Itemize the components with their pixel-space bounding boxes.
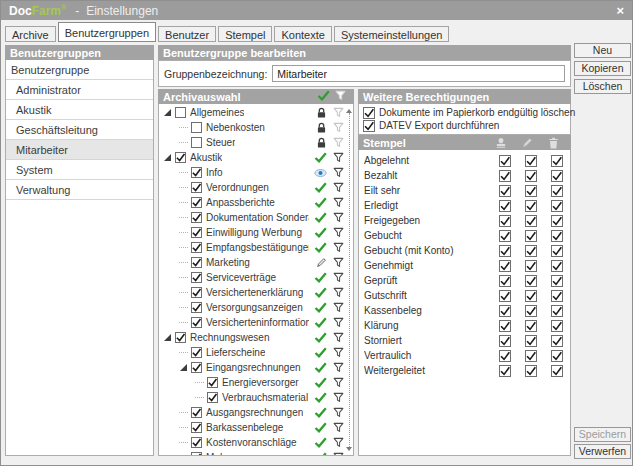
filter-funnel-icon[interactable] bbox=[333, 257, 344, 268]
filter-funnel-icon[interactable] bbox=[333, 287, 344, 298]
tree-expander-icon[interactable] bbox=[163, 333, 175, 342]
funnel-icon[interactable] bbox=[335, 90, 346, 103]
filter-funnel-icon[interactable] bbox=[333, 167, 344, 178]
stamp-permission-checkbox-use[interactable] bbox=[492, 230, 518, 242]
sidebar-item-system[interactable]: System bbox=[6, 160, 153, 180]
löschen-button[interactable]: Löschen bbox=[574, 79, 631, 94]
filter-funnel-icon[interactable] bbox=[333, 152, 344, 163]
filter-funnel-icon[interactable] bbox=[333, 347, 344, 358]
tab-kontexte[interactable]: Kontexte bbox=[274, 26, 331, 42]
stamp-permission-checkbox-delete[interactable] bbox=[544, 365, 570, 377]
verwerfen-button[interactable]: Verwerfen bbox=[574, 444, 631, 459]
tab-benutzer[interactable]: Benutzer bbox=[158, 26, 216, 42]
scroll-up-icon[interactable] bbox=[346, 106, 352, 113]
tree-checkbox[interactable] bbox=[191, 362, 202, 373]
stamp-permission-checkbox-edit[interactable] bbox=[518, 260, 544, 272]
tree-checkbox[interactable] bbox=[191, 347, 202, 358]
stamp-permission-checkbox-delete[interactable] bbox=[544, 230, 570, 242]
tree-checkbox[interactable] bbox=[207, 377, 218, 388]
stamp-permission-checkbox-use[interactable] bbox=[492, 215, 518, 227]
filter-funnel-icon[interactable] bbox=[333, 362, 344, 373]
tree-checkbox[interactable] bbox=[191, 422, 202, 433]
tree-checkbox[interactable] bbox=[191, 242, 202, 253]
stamp-permission-checkbox-edit[interactable] bbox=[518, 155, 544, 167]
stamp-permission-checkbox-delete[interactable] bbox=[544, 170, 570, 182]
tree-expander-icon[interactable] bbox=[163, 153, 175, 162]
tree-checkbox[interactable] bbox=[191, 287, 202, 298]
filter-funnel-icon[interactable] bbox=[333, 122, 344, 133]
stamp-permission-checkbox-delete[interactable] bbox=[544, 350, 570, 362]
filter-funnel-icon[interactable] bbox=[333, 212, 344, 223]
stamp-permission-checkbox-edit[interactable] bbox=[518, 170, 544, 182]
tree-checkbox[interactable] bbox=[191, 257, 202, 268]
sidebar-item-verwaltung[interactable]: Verwaltung bbox=[6, 180, 153, 200]
stamp-permission-checkbox-use[interactable] bbox=[492, 200, 518, 212]
stamp-permission-checkbox-use[interactable] bbox=[492, 365, 518, 377]
stamp-permission-checkbox-edit[interactable] bbox=[518, 335, 544, 347]
stamp-permission-checkbox-edit[interactable] bbox=[518, 290, 544, 302]
stamp-permission-checkbox-use[interactable] bbox=[492, 320, 518, 332]
filter-funnel-icon[interactable] bbox=[333, 272, 344, 283]
stamp-permission-checkbox-edit[interactable] bbox=[518, 200, 544, 212]
stamp-permission-checkbox-delete[interactable] bbox=[544, 155, 570, 167]
tree-checkbox[interactable] bbox=[191, 122, 202, 133]
tree-checkbox[interactable] bbox=[191, 227, 202, 238]
kopieren-button[interactable]: Kopieren bbox=[574, 61, 631, 76]
tree-checkbox[interactable] bbox=[191, 317, 202, 328]
close-icon[interactable]: × bbox=[616, 4, 624, 17]
stamp-permission-checkbox-delete[interactable] bbox=[544, 335, 570, 347]
tree-checkbox[interactable] bbox=[191, 167, 202, 178]
tree-checkbox[interactable] bbox=[191, 137, 202, 148]
tree-checkbox[interactable] bbox=[191, 182, 202, 193]
stamp-permission-checkbox-use[interactable] bbox=[492, 170, 518, 182]
tree-expander-icon[interactable] bbox=[163, 108, 175, 117]
stamp-permission-checkbox-delete[interactable] bbox=[544, 275, 570, 287]
filter-funnel-icon[interactable] bbox=[333, 437, 344, 448]
filter-funnel-icon[interactable] bbox=[333, 452, 344, 456]
permission-checkbox[interactable] bbox=[363, 107, 375, 119]
tab-systemeinstellungen[interactable]: Systemeinstellungen bbox=[334, 26, 450, 42]
stamp-permission-checkbox-edit[interactable] bbox=[518, 185, 544, 197]
tree-checkbox[interactable] bbox=[191, 272, 202, 283]
sidebar-item-mitarbeiter[interactable]: Mitarbeiter bbox=[6, 140, 153, 160]
stamp-permission-checkbox-edit[interactable] bbox=[518, 275, 544, 287]
filter-funnel-icon[interactable] bbox=[333, 137, 344, 148]
tree-checkbox[interactable] bbox=[175, 332, 186, 343]
filter-funnel-icon[interactable] bbox=[333, 377, 344, 388]
filter-funnel-icon[interactable] bbox=[333, 107, 344, 118]
speichern-button[interactable]: Speichern bbox=[574, 427, 631, 442]
sidebar-group-column-header[interactable]: Benutzergruppe bbox=[6, 60, 153, 80]
tree-scrollbar[interactable] bbox=[346, 105, 352, 455]
stamp-permission-checkbox-use[interactable] bbox=[492, 335, 518, 347]
stamp-permission-checkbox-use[interactable] bbox=[492, 260, 518, 272]
filter-funnel-icon[interactable] bbox=[333, 182, 344, 193]
scroll-down-icon[interactable] bbox=[346, 447, 352, 454]
filter-funnel-icon[interactable] bbox=[333, 392, 344, 403]
permission-checkbox[interactable] bbox=[363, 120, 375, 132]
scrollbar-track[interactable] bbox=[349, 113, 350, 447]
tab-archive[interactable]: Archive bbox=[5, 26, 56, 42]
stamp-permission-checkbox-edit[interactable] bbox=[518, 365, 544, 377]
filter-funnel-icon[interactable] bbox=[333, 407, 344, 418]
stamp-permission-checkbox-delete[interactable] bbox=[544, 305, 570, 317]
stamp-permission-checkbox-use[interactable] bbox=[492, 275, 518, 287]
sidebar-item-akustik[interactable]: Akustik bbox=[6, 100, 153, 120]
stamp-permission-checkbox-use[interactable] bbox=[492, 290, 518, 302]
tab-stempel[interactable]: Stempel bbox=[218, 26, 272, 42]
stamp-permission-checkbox-use[interactable] bbox=[492, 185, 518, 197]
tab-benutzergruppen[interactable]: Benutzergruppen bbox=[58, 22, 156, 42]
tree-checkbox[interactable] bbox=[191, 212, 202, 223]
filter-funnel-icon[interactable] bbox=[333, 227, 344, 238]
stamp-permission-checkbox-edit[interactable] bbox=[518, 230, 544, 242]
tree-checkbox[interactable] bbox=[207, 392, 218, 403]
stamp-permission-checkbox-use[interactable] bbox=[492, 245, 518, 257]
stamp-permission-checkbox-delete[interactable] bbox=[544, 290, 570, 302]
stamp-permission-checkbox-delete[interactable] bbox=[544, 260, 570, 272]
stamp-permission-checkbox-edit[interactable] bbox=[518, 320, 544, 332]
tree-checkbox[interactable] bbox=[175, 107, 186, 118]
stamp-permission-checkbox-edit[interactable] bbox=[518, 245, 544, 257]
tree-expander-icon[interactable] bbox=[179, 363, 191, 372]
tree-checkbox[interactable] bbox=[191, 437, 202, 448]
tree-checkbox[interactable] bbox=[191, 302, 202, 313]
stamp-permission-checkbox-edit[interactable] bbox=[518, 215, 544, 227]
